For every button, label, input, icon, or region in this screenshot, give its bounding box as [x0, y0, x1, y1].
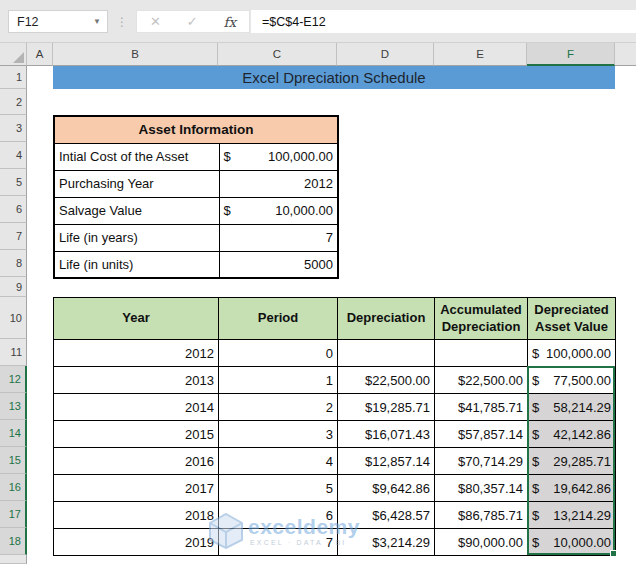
row-header-8[interactable]: 8 — [0, 250, 27, 277]
amount: 77,500.00 — [553, 373, 611, 388]
cell-accumulated[interactable]: $41,785.71 — [435, 394, 528, 421]
cell-depreciation[interactable]: $3,214.29 — [338, 529, 435, 556]
cell-asset-value-active[interactable]: $77,500.00 — [528, 367, 616, 394]
cell-year[interactable]: 2015 — [54, 421, 219, 448]
table-row: 2014 2 $19,285.71 $41,785.71 $58,214.29 — [54, 394, 616, 421]
table-row: 2013 1 $22,500.00 $22,500.00 $77,500.00 — [54, 367, 616, 394]
cell-depreciation[interactable]: $9,642.86 — [338, 475, 435, 502]
cell-depreciation[interactable] — [338, 340, 435, 367]
cell-period[interactable]: 4 — [219, 448, 338, 475]
table-row: Asset Information — [54, 116, 338, 143]
asset-value-cell[interactable]: $10,000.00 — [219, 197, 338, 224]
row-header-2[interactable]: 2 — [0, 89, 27, 115]
cell-asset-value[interactable]: $100,000.00 — [528, 340, 616, 367]
cell-period[interactable]: 7 — [219, 529, 338, 556]
cell-accumulated[interactable]: $86,785.71 — [435, 502, 528, 529]
fill-handle[interactable] — [610, 550, 617, 557]
cell-period[interactable]: 3 — [219, 421, 338, 448]
table-row: Life (in units) 5000 — [54, 251, 338, 278]
cell-year[interactable]: 2019 — [54, 529, 219, 556]
formula-bar: F12 ▼ ⋮ ✕ ✓ fx =$C$4-E12 — [0, 0, 636, 43]
row-header-19-partial[interactable] — [0, 555, 27, 564]
cell-period[interactable]: 1 — [219, 367, 338, 394]
cell-period[interactable]: 6 — [219, 502, 338, 529]
cell-period[interactable]: 5 — [219, 475, 338, 502]
formula-input[interactable]: =$C$4-E12 — [251, 10, 636, 33]
cell-accumulated[interactable]: $90,000.00 — [435, 529, 528, 556]
row-header-7[interactable]: 7 — [0, 223, 27, 250]
row-header-9[interactable]: 9 — [0, 277, 27, 297]
schedule-header-accumulated-depreciation[interactable]: Accumulated Depreciation — [435, 298, 528, 340]
cell-depreciation[interactable]: $12,857.14 — [338, 448, 435, 475]
name-box-value[interactable]: F12 — [9, 15, 87, 29]
asset-label-cell[interactable]: Purchasing Year — [54, 170, 219, 197]
row-header-17-selected[interactable]: 17 — [0, 501, 27, 528]
row-header-4[interactable]: 4 — [0, 142, 27, 169]
cell-year[interactable]: 2017 — [54, 475, 219, 502]
cell-year[interactable]: 2012 — [54, 340, 219, 367]
column-header-a[interactable]: A — [27, 43, 53, 66]
column-header-d[interactable]: D — [337, 43, 434, 66]
cancel-icon[interactable]: ✕ — [150, 14, 161, 29]
cell-asset-value[interactable]: $19,642.86 — [528, 475, 616, 502]
row-header-1[interactable]: 1 — [0, 66, 27, 89]
cell-year[interactable]: 2018 — [54, 502, 219, 529]
row-header-16-selected[interactable]: 16 — [0, 474, 27, 501]
cell-accumulated[interactable]: $22,500.00 — [435, 367, 528, 394]
table-header-row: Year Period Depreciation Accumulated Dep… — [54, 298, 616, 340]
row-header-10[interactable]: 10 — [0, 297, 27, 339]
asset-value-cell[interactable]: 7 — [219, 224, 338, 251]
cell-asset-value[interactable]: $42,142.86 — [528, 421, 616, 448]
insert-function-icon[interactable]: fx — [223, 14, 236, 30]
asset-info-header-cell[interactable]: Asset Information — [54, 116, 338, 143]
cell-accumulated[interactable] — [435, 340, 528, 367]
enter-icon[interactable]: ✓ — [187, 14, 198, 29]
amount: 13,214.29 — [553, 508, 611, 523]
cell-depreciation[interactable]: $19,285.71 — [338, 394, 435, 421]
asset-value-cell[interactable]: 2012 — [219, 170, 338, 197]
row-header-6[interactable]: 6 — [0, 196, 27, 223]
cell-accumulated[interactable]: $80,357.14 — [435, 475, 528, 502]
cell-asset-value[interactable]: $29,285.71 — [528, 448, 616, 475]
row-header-15-selected[interactable]: 15 — [0, 447, 27, 474]
asset-label-cell[interactable]: Life (in years) — [54, 224, 219, 251]
schedule-header-period[interactable]: Period — [219, 298, 338, 340]
column-header-c[interactable]: C — [218, 43, 337, 66]
asset-value-cell[interactable]: 5000 — [219, 251, 338, 278]
row-header-3[interactable]: 3 — [0, 115, 27, 142]
cell-period[interactable]: 0 — [219, 340, 338, 367]
column-header-f-selected[interactable]: F — [527, 43, 615, 66]
cell-period[interactable]: 2 — [219, 394, 338, 421]
select-all-corner[interactable] — [0, 43, 27, 66]
cell-accumulated[interactable]: $57,857.14 — [435, 421, 528, 448]
column-header-b[interactable]: B — [53, 43, 218, 66]
asset-value-cell[interactable]: $100,000.00 — [219, 143, 338, 170]
row-header-11[interactable]: 11 — [0, 339, 27, 366]
row-header-5[interactable]: 5 — [0, 169, 27, 196]
row-header-12-selected[interactable]: 12 — [0, 366, 27, 393]
schedule-header-depreciation[interactable]: Depreciation — [338, 298, 435, 340]
cell-year[interactable]: 2013 — [54, 367, 219, 394]
cell-accumulated[interactable]: $70,714.29 — [435, 448, 528, 475]
cell-asset-value[interactable]: $10,000.00 — [528, 529, 616, 556]
name-box-dropdown-icon[interactable]: ▼ — [87, 17, 107, 26]
schedule-header-depreciated-asset-value[interactable]: Depreciated Asset Value — [528, 298, 616, 340]
cell-asset-value[interactable]: $13,214.29 — [528, 502, 616, 529]
title-banner-cell[interactable]: Excel Dpreciation Schedule — [53, 66, 615, 89]
row-header-14-selected[interactable]: 14 — [0, 420, 27, 447]
cell-depreciation[interactable]: $16,071.43 — [338, 421, 435, 448]
column-header-e[interactable]: E — [434, 43, 527, 66]
cell-depreciation[interactable]: $6,428.57 — [338, 502, 435, 529]
amount: 42,142.86 — [553, 427, 611, 442]
row-header-13-selected[interactable]: 13 — [0, 393, 27, 420]
cell-year[interactable]: 2014 — [54, 394, 219, 421]
cell-year[interactable]: 2016 — [54, 448, 219, 475]
row-header-18-selected[interactable]: 18 — [0, 528, 27, 555]
asset-label-cell[interactable]: Intial Cost of the Asset — [54, 143, 219, 170]
schedule-header-year[interactable]: Year — [54, 298, 219, 340]
cell-depreciation[interactable]: $22,500.00 — [338, 367, 435, 394]
asset-label-cell[interactable]: Life (in units) — [54, 251, 219, 278]
name-box[interactable]: F12 ▼ — [8, 10, 108, 33]
cell-asset-value[interactable]: $58,214.29 — [528, 394, 616, 421]
asset-label-cell[interactable]: Salvage Value — [54, 197, 219, 224]
